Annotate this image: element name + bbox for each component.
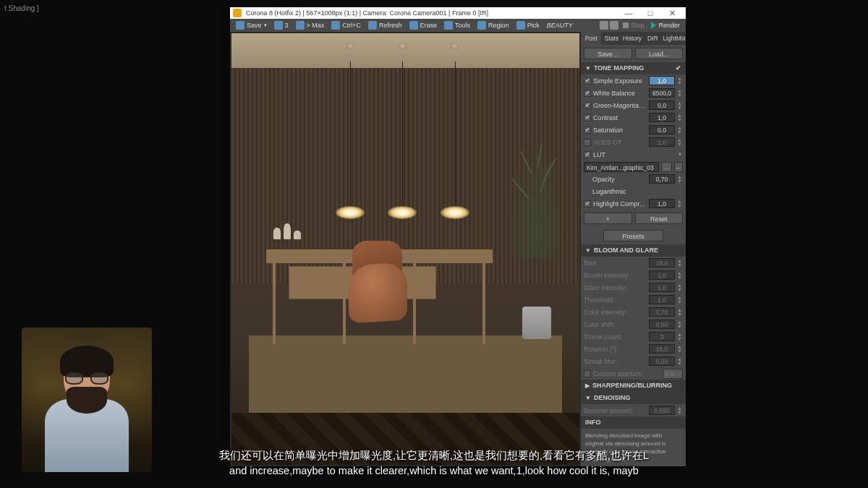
section-bloom-glare[interactable]: ▼BLOOM AND GLARE [581,244,686,257]
contrast-value[interactable]: 1,0 [649,113,675,122]
highlight-value[interactable]: 1,0 [649,199,675,208]
streak-blur-spinner[interactable]: ▲▼ [677,357,683,366]
color-shift-spinner[interactable]: ▲▼ [677,320,683,329]
erase-icon [409,21,418,30]
refresh-icon [368,21,377,30]
whitebalance-label: White Balance [593,90,647,97]
minimize-button[interactable]: — [618,9,639,17]
pass-selector[interactable]: BEAUTY [544,22,576,29]
glare-intensity-value[interactable]: 1,0 [649,283,675,292]
saturation-checkbox[interactable]: ✔ [584,127,591,134]
exposure-value[interactable]: 1,0 [649,76,675,85]
three-button[interactable]: 3 [271,21,292,30]
copy-icon [331,21,340,30]
aces-value[interactable]: 1,0 [649,137,675,147]
whitebalance-value[interactable]: 6500,0 [649,88,675,98]
video-subtitles: 我们还可以在简单曝光中增加曝光度,让它更清晰,这也是我们想要的,看看它有多酷,也… [104,448,764,478]
exposure-checkbox[interactable]: ✔ [584,77,591,85]
bloom-intensity-value[interactable]: 1,0 [649,270,675,280]
exposure-spinner[interactable]: ▲▼ [677,77,683,85]
grid-icon [274,21,283,30]
erase-button[interactable]: Erase [407,21,441,30]
window-title: Corona 8 (Hotfix 2) | 567×1008px (1:1) |… [246,9,488,17]
exposure-label: Simple Exposure [593,77,647,85]
load-settings-button[interactable]: Load... [635,48,684,59]
lut-clear-button[interactable]: – [674,162,683,172]
streak-count-value[interactable]: 3 [649,332,675,341]
stop-button[interactable]: Stop [620,22,647,29]
contrast-checkbox[interactable]: ✔ [584,114,591,121]
region-icon [477,21,486,30]
greenmagenta-checkbox[interactable]: ✔ [584,102,591,109]
section-info[interactable]: INFO [581,416,686,429]
greenmagenta-spinner[interactable]: ▲▼ [677,101,683,110]
max-button[interactable]: > Max [293,21,328,30]
tab-dir[interactable]: DIR [642,32,663,45]
close-button[interactable]: ✕ [661,9,683,18]
contrast-spinner[interactable]: ▲▼ [677,114,683,122]
pick-button[interactable]: Pick [514,21,542,30]
custom-aperture-edit-button[interactable]: Edit... [663,369,683,379]
custom-aperture-label: Custom aperture: [593,370,660,377]
color-shift-value[interactable]: 0,50 [649,320,675,329]
section-tone-mapping[interactable]: ▼TONE MAPPING✔ [581,62,686,74]
save-icon [236,21,244,30]
render-button[interactable]: Render [648,22,683,29]
denoise-amount-spinner[interactable]: ▲▼ [677,406,683,415]
tools-button[interactable]: Tools [441,21,473,30]
saturation-value[interactable]: 0,0 [649,125,675,134]
bloom-intensity-spinner[interactable]: ▲▼ [677,271,683,280]
copy-button[interactable]: Ctrl+C [328,21,364,30]
lock-icon[interactable] [600,21,608,30]
whitebalance-checkbox[interactable]: ✔ [584,90,591,97]
bloom-size-spinner[interactable]: ▲▼ [677,259,683,267]
tab-history[interactable]: History [622,32,642,45]
lut-browse-button[interactable]: ... [661,162,672,172]
section-denoising[interactable]: ▼DENOISING [581,392,686,404]
threshold-value[interactable]: 1,0 [649,295,675,304]
reset-button[interactable]: Reset [635,213,684,224]
whitebalance-spinner[interactable]: ▲▼ [677,89,683,98]
denoise-amount-value[interactable]: 0,650 [649,406,675,415]
opacity-spinner[interactable]: ▲▼ [677,175,683,184]
refresh-button[interactable]: Refresh [365,21,405,30]
save-button[interactable]: Save▾ [233,21,270,30]
presets-button[interactable]: Presets [603,230,663,241]
rotation-label: Rotation [°]: [584,346,647,353]
highlight-checkbox[interactable]: ✔ [584,200,591,207]
saturation-spinner[interactable]: ▲▼ [677,126,683,134]
tab-lightmix[interactable]: LightMix [663,32,686,45]
aces-label: ACES OT [593,139,647,146]
color-intensity-value[interactable]: 0,70 [649,307,675,317]
titlebar[interactable]: Corona 8 (Hotfix 2) | 567×1008px (1:1) |… [230,7,686,19]
custom-aperture-checkbox[interactable] [584,370,591,377]
streak-count-label: Streak count: [584,333,647,341]
tab-post[interactable]: Post [581,32,601,45]
add-operator-button[interactable]: + [584,213,632,224]
streak-blur-value[interactable]: 0,20 [649,356,675,366]
aces-checkbox[interactable] [584,139,591,146]
region-button[interactable]: Region [475,21,512,30]
streak-count-spinner[interactable]: ▲▼ [677,333,683,341]
opacity-value[interactable]: 0,70 [649,174,675,184]
save-settings-button[interactable]: Save... [584,48,632,59]
saturation-label: Saturation [593,127,647,134]
aces-spinner[interactable]: ▲▼ [677,138,683,147]
lut-file-dropdown[interactable]: Kim_Amlan...graphic_03 [584,162,659,172]
bloom-size-value[interactable]: 15,0 [649,258,675,267]
section-sharpening[interactable]: ▶SHARPENING/BLURRING [581,380,686,392]
tab-stats[interactable]: Stats [601,32,621,45]
color-intensity-spinner[interactable]: ▲▼ [677,308,683,317]
maximize-button[interactable]: □ [639,9,661,17]
render-viewport[interactable] [230,32,581,466]
highlight-spinner[interactable]: ▲▼ [677,200,683,208]
glare-intensity-spinner[interactable]: ▲▼ [677,283,683,292]
greenmagenta-value[interactable]: 0,0 [649,100,675,110]
rotation-value[interactable]: 15,0 [649,344,675,354]
threshold-spinner[interactable]: ▲▼ [677,296,683,304]
zoom-icon[interactable] [610,21,618,30]
bloom-intensity-label: Bloom intensity: [584,272,647,279]
rotation-spinner[interactable]: ▲▼ [677,345,683,354]
lut-checkbox[interactable]: ✔ [584,151,591,158]
vfb-sidepanel: Post Stats History DIR LightMix Save... … [581,32,686,466]
